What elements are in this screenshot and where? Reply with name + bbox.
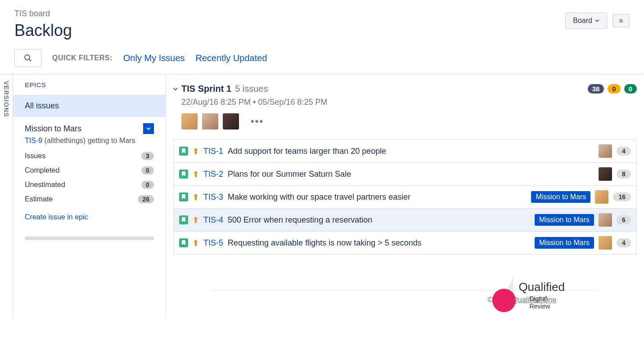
issue-row[interactable]: TIS-2Plans for our Summer Saturn Sale8 xyxy=(174,163,636,186)
sprint-avatar-3[interactable] xyxy=(223,113,239,130)
priority-high-icon xyxy=(193,216,199,223)
create-issue-in-epic-link[interactable]: Create issue in epic xyxy=(25,213,88,221)
badge-done: 0 xyxy=(624,84,637,94)
search-button[interactable] xyxy=(14,49,41,67)
sprint-avatar-1[interactable] xyxy=(181,113,198,130)
board-button-label: Board xyxy=(573,17,592,25)
sidebar-scrollbar[interactable] xyxy=(25,237,154,240)
sprint-collapse-toggle[interactable] xyxy=(173,87,178,91)
issue-summary: Add support for teams larger than 20 peo… xyxy=(228,147,594,156)
stat-completed: Completed 0 xyxy=(25,166,154,174)
filter-recently-updated[interactable]: Recently Updated xyxy=(196,53,267,63)
story-icon xyxy=(179,170,188,179)
assignee-avatar[interactable] xyxy=(599,236,612,250)
search-icon xyxy=(24,54,32,62)
issue-key-link[interactable]: TIS-4 xyxy=(203,215,223,225)
assignee-avatar[interactable] xyxy=(595,190,608,204)
chevron-down-icon xyxy=(173,87,178,91)
epics-heading: EPICS xyxy=(13,75,166,95)
story-points-badge: 8 xyxy=(617,170,631,179)
stat-estimate: Estimate 26 xyxy=(25,195,154,203)
epic-name: Mission to Mars xyxy=(25,124,81,134)
issue-key-link[interactable]: TIS-5 xyxy=(203,238,223,248)
priority-high-icon xyxy=(193,170,199,178)
story-points-badge: 4 xyxy=(617,147,631,156)
epic-key-desc: (allthethings) getting to Mars xyxy=(45,137,135,144)
issue-list: TIS-1Add support for teams larger than 2… xyxy=(173,139,637,255)
epic-tag[interactable]: Mission to Mars xyxy=(535,214,594,226)
issue-row[interactable]: TIS-1Add support for teams larger than 2… xyxy=(174,140,636,163)
sprint-issue-count: 5 issues xyxy=(235,84,268,94)
stat-issues: Issues 3 xyxy=(25,152,154,160)
issue-row[interactable]: TIS-4500 Error when requesting a reserva… xyxy=(174,209,636,232)
story-points-badge: 4 xyxy=(617,238,631,247)
issue-summary: Plans for our Summer Saturn Sale xyxy=(228,170,594,179)
sprint-avatar-2[interactable] xyxy=(202,113,218,130)
story-icon xyxy=(179,215,188,224)
chevron-down-icon xyxy=(146,127,151,130)
sprint-dates: 22/Aug/16 8:25 PM • 05/Sep/16 8:25 PM xyxy=(173,94,637,113)
priority-high-icon xyxy=(193,193,199,201)
epic-tag[interactable]: Mission to Mars xyxy=(535,237,594,249)
assignee-avatar[interactable] xyxy=(599,167,612,181)
issue-summary: Requesting available flights is now taki… xyxy=(228,238,530,248)
page-title: Backlog xyxy=(14,21,565,40)
story-icon xyxy=(179,238,188,247)
story-points-badge: 6 xyxy=(617,215,631,224)
issue-row[interactable]: TIS-5Requesting available flights is now… xyxy=(174,232,636,254)
priority-high-icon xyxy=(193,147,199,155)
chevron-down-icon xyxy=(595,19,599,22)
epic-all-issues[interactable]: All issues xyxy=(13,95,166,117)
epics-sidebar: EPICS All issues Mission to Mars TIS-9 (… xyxy=(13,75,166,317)
epic-dropdown-toggle[interactable] xyxy=(143,123,154,134)
story-points-badge: 16 xyxy=(613,192,631,201)
assignee-avatar[interactable] xyxy=(599,213,612,227)
badge-inprogress: 0 xyxy=(608,84,620,94)
board-dropdown-button[interactable]: Board xyxy=(565,13,607,29)
issue-key-link[interactable]: TIS-1 xyxy=(203,147,223,156)
story-icon xyxy=(179,192,188,201)
quick-filters-label: QUICK FILTERS: xyxy=(52,54,113,62)
stat-unestimated: Unestimated 0 xyxy=(25,181,154,189)
versions-panel-tab[interactable]: VERSIONS xyxy=(0,75,13,317)
issue-summary: 500 Error when requesting a reservation xyxy=(228,215,530,225)
sprint-title: TIS Sprint 1 xyxy=(181,84,231,94)
more-actions-icon[interactable]: ••• xyxy=(251,116,264,127)
epic-key-link[interactable]: TIS-9 xyxy=(25,137,42,144)
assignee-avatar[interactable] xyxy=(599,144,612,158)
issue-summary: Make working with our space travel partn… xyxy=(228,192,527,202)
story-icon xyxy=(179,147,188,156)
priority-high-icon xyxy=(193,239,199,246)
expand-button[interactable] xyxy=(612,14,630,27)
double-chevron-up-icon xyxy=(618,18,624,23)
epic-mission-to-mars[interactable]: Mission to Mars TIS-9 (allthethings) get… xyxy=(13,117,166,228)
svg-point-0 xyxy=(25,55,30,60)
breadcrumb[interactable]: TIS board xyxy=(14,9,565,18)
issue-key-link[interactable]: TIS-3 xyxy=(203,192,223,202)
filter-only-my-issues[interactable]: Only My Issues xyxy=(123,53,185,63)
badge-todo: 38 xyxy=(588,84,604,94)
issue-key-link[interactable]: TIS-2 xyxy=(203,170,223,179)
issue-row[interactable]: TIS-3Make working with our space travel … xyxy=(174,186,636,209)
qualified-logo: Qualified DigitalReview xyxy=(492,277,565,313)
epic-tag[interactable]: Mission to Mars xyxy=(531,191,590,203)
